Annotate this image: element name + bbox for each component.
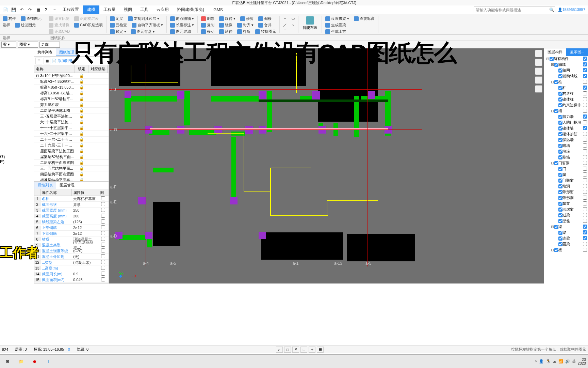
layer-item[interactable]: 暗墙 xyxy=(544,143,588,149)
drawing-item[interactable]: 剪力墙柱表🔓 xyxy=(34,102,109,108)
rotate-button[interactable]: 旋转 ▾ xyxy=(218,16,236,21)
drawing-item[interactable]: 二十一层~二十五层...🔓 xyxy=(34,137,109,142)
layer-item[interactable]: ⊟板 xyxy=(544,247,588,253)
tray-ime[interactable]: 英 xyxy=(572,359,576,364)
component-button[interactable]: 构件 xyxy=(2,16,17,21)
view-cube-iso[interactable] xyxy=(535,59,542,66)
drawing-item[interactable]: 六~十层梁平法施工图🔓 xyxy=(34,119,109,125)
tab-setup[interactable]: 工程设置 xyxy=(59,5,83,14)
property-row[interactable]: 9混凝土类型(非泵送商品混...) xyxy=(34,242,109,248)
tab-show-layer[interactable]: 显示图... xyxy=(566,48,588,56)
property-row[interactable]: 15截面面积(m2)0.045 xyxy=(34,277,109,283)
view-cube-top[interactable] xyxy=(535,50,542,57)
property-row[interactable]: 1名称走廊栏杆基座 xyxy=(34,196,109,202)
gen-ring-beam-button[interactable]: 生成圈梁 xyxy=(325,22,347,28)
layer-item[interactable]: 约束边缘非... xyxy=(544,102,588,108)
smart-layout-button[interactable]: 智能布置 xyxy=(301,16,319,31)
start-icon[interactable]: ⊞ xyxy=(2,356,13,367)
layer-item[interactable]: 保温墙 xyxy=(544,137,588,143)
tab-collab[interactable]: 协同建模(限免) xyxy=(173,5,208,14)
view-settings[interactable] xyxy=(535,85,542,93)
cad-options-button[interactable]: CAD识别选项 xyxy=(74,22,103,28)
record-icon[interactable]: ⏺ xyxy=(29,356,40,367)
drawing-item[interactable]: 标高B1~B2墙柱平...🔓 xyxy=(34,96,109,102)
property-row[interactable]: 4截面高度 (mm)200 xyxy=(34,213,109,219)
layer-item[interactable]: 砌体加筋 xyxy=(544,131,588,137)
user-badge[interactable]: 👤15396513857 xyxy=(558,7,585,12)
merge-button[interactable]: 合并 xyxy=(258,22,272,28)
drawing-item[interactable]: ⊟ 3#10#上部结构2020...🔓 xyxy=(34,73,109,79)
delete-button[interactable]: 删除 xyxy=(200,16,215,21)
layer-item[interactable]: ⊟轴线 xyxy=(544,62,588,67)
tab-build[interactable]: 建模 xyxy=(83,5,99,14)
drawing-item[interactable]: 二层梁平法施工图🔓 xyxy=(34,108,109,113)
property-row[interactable]: 2截面形状异形 xyxy=(34,202,109,208)
define-button[interactable]: 定义 xyxy=(109,16,124,21)
redo-icon[interactable]: ↷ xyxy=(27,7,33,13)
drawing-item[interactable]: 十一~十五层梁平法...🔓 xyxy=(34,125,109,131)
summary-icon[interactable]: Σ xyxy=(43,7,49,13)
layer-item[interactable]: 辅助轴线 xyxy=(544,73,588,79)
tray-clock[interactable]: 202020 xyxy=(578,358,586,365)
layer-item[interactable]: 人防门框墙 xyxy=(544,120,588,125)
property-row[interactable]: 12...类型(混凝土泵) xyxy=(34,260,109,265)
offset-button[interactable]: 偏移 xyxy=(258,16,272,21)
category-select[interactable]: 图梁 ▾ xyxy=(18,42,38,48)
align-button[interactable]: 对齐 ▾ xyxy=(236,22,254,28)
snap-endpoint-icon[interactable]: ⌐ xyxy=(276,347,283,353)
region-icon[interactable]: ▦ xyxy=(35,7,41,13)
layer-item[interactable]: ⊟墙 xyxy=(544,108,588,114)
move-button[interactable]: 移动 xyxy=(200,29,215,34)
property-row[interactable]: 11混凝土外加剂(无) xyxy=(34,254,109,260)
tray-up-icon[interactable]: ^ xyxy=(535,359,537,364)
convert-button[interactable]: 转换图元 xyxy=(255,29,277,34)
tab-props[interactable]: 属性列表 xyxy=(34,182,56,189)
drawing-item[interactable]: 标高13.850~B1墙...🔓 xyxy=(34,90,109,96)
cloudcheck-button[interactable]: 云检查 xyxy=(109,22,128,28)
tab-qty[interactable]: 工程量 xyxy=(99,5,120,14)
line-tool[interactable]: ＋ xyxy=(282,16,288,21)
layer-item[interactable]: 连梁 xyxy=(544,235,588,241)
tab-cloud[interactable]: 云应用 xyxy=(152,5,173,14)
floor-select[interactable]: 梁 ▾ xyxy=(1,42,16,48)
view-fit[interactable] xyxy=(535,67,542,75)
property-row[interactable]: 3截面宽度 (mm)250 xyxy=(34,208,109,213)
search-input[interactable] xyxy=(474,6,555,13)
undo-icon[interactable]: ↶ xyxy=(19,7,25,13)
property-row[interactable]: 6上部钢筋2⌀12 xyxy=(34,225,109,231)
layer-item[interactable]: 构造柱 xyxy=(544,91,588,96)
snap-perp-icon[interactable]: ∟ xyxy=(300,347,307,353)
layer-item[interactable]: 门 xyxy=(544,166,588,172)
change-header-button[interactable]: 查改标高 xyxy=(353,16,375,21)
snap-mid-icon[interactable]: □ xyxy=(284,347,291,353)
tab-layer-components[interactable]: 图层构件 xyxy=(544,48,566,56)
browser-icon[interactable]: T xyxy=(43,356,54,367)
property-row[interactable]: 13...高度(m) xyxy=(34,265,109,271)
layer-item[interactable]: 剪力墙 xyxy=(544,114,588,120)
layer-item[interactable]: 墙垛 xyxy=(544,149,588,154)
layer-item[interactable]: 窗 xyxy=(544,172,588,178)
trim-button[interactable]: 修剪 xyxy=(240,16,254,21)
snap-plus-icon[interactable]: ＋ xyxy=(309,347,315,353)
tab-layer-mgr[interactable]: 图层管理 xyxy=(56,182,78,189)
length-dim-button[interactable]: 长度标注 ▾ xyxy=(169,22,195,28)
search-icon[interactable]: 🔍 xyxy=(549,7,554,12)
layer-item[interactable]: 梁 xyxy=(544,230,588,235)
save-elem-button[interactable]: 图元存盘 ▾ xyxy=(130,29,156,34)
tab-view[interactable]: 视图 xyxy=(120,5,136,14)
property-row[interactable]: 14截面周长(m)0.9 xyxy=(34,271,109,277)
select-button[interactable]: 选择 xyxy=(2,22,11,28)
tray-person-icon[interactable]: 👤 xyxy=(539,359,544,364)
layer-item[interactable]: 带形窗 xyxy=(544,189,588,195)
lock-button[interactable]: 锁定 ▾ xyxy=(109,29,127,34)
model-canvas[interactable]: a-J a-G a-F a-E a-D a-4 a-5 a-1 a-13 a-5… xyxy=(109,48,544,283)
layer-item[interactable]: 圈梁 xyxy=(544,241,588,247)
drawing-item[interactable]: 标高A3~4.850墙柱...🔓 xyxy=(34,79,109,85)
explorer-icon[interactable]: 📁 xyxy=(16,356,27,367)
view-hand[interactable] xyxy=(535,76,542,84)
drawing-item[interactable]: 二十六层~三十一层...🔓 xyxy=(34,142,109,148)
break-button[interactable]: 打断 xyxy=(236,29,251,34)
circle-tool[interactable]: ○ xyxy=(291,23,295,28)
find-elem-button[interactable]: 查找图元 xyxy=(20,16,42,21)
filter-button[interactable]: 过滤图元 xyxy=(14,22,36,28)
